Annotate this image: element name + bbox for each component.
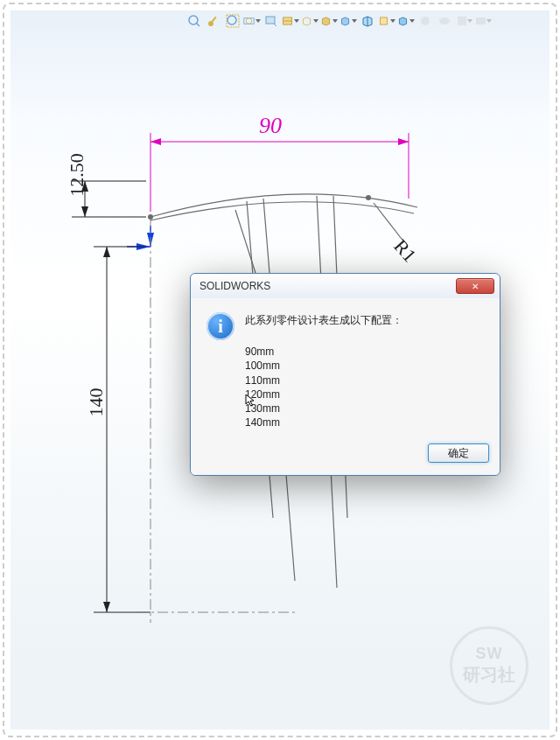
section-view-icon[interactable] [282, 12, 299, 30]
svg-line-45 [235, 210, 256, 273]
view-orientation-icon[interactable] [397, 12, 415, 30]
list-item: 120mm [245, 387, 402, 401]
list-item: 140mm [245, 415, 402, 429]
svg-marker-20 [150, 138, 161, 145]
svg-marker-35 [103, 602, 110, 612]
list-item: 90mm [245, 345, 402, 359]
info-icon: i [206, 312, 234, 340]
list-item: 100mm [245, 359, 402, 373]
dialog-message: 此系列零件设计表生成以下配置： [245, 312, 402, 329]
close-button[interactable]: ✕ [456, 278, 494, 294]
dimension-left-large[interactable]: 140 [85, 388, 107, 417]
dimension-top[interactable]: 90 [259, 113, 282, 138]
svg-point-39 [366, 195, 371, 200]
list-item: 110mm [245, 373, 402, 387]
svg-rect-12 [380, 17, 387, 24]
svg-point-13 [421, 17, 430, 25]
ok-button[interactable]: 确定 [428, 443, 489, 463]
display-style-icon[interactable] [320, 12, 338, 30]
cube-edges-icon[interactable] [359, 12, 376, 30]
svg-marker-21 [398, 138, 409, 145]
appearance-icon[interactable] [436, 12, 453, 30]
radius-r1-a[interactable]: R1 [389, 235, 421, 267]
magnify-icon[interactable] [243, 12, 261, 30]
svg-marker-26 [81, 206, 88, 217]
list-item: 130mm [245, 401, 402, 415]
svg-rect-6 [244, 18, 254, 24]
message-dialog: SOLIDWORKS ✕ i 此系列零件设计表生成以下配置： 90mm 100m… [190, 273, 500, 476]
key-icon[interactable] [205, 12, 222, 30]
dialog-title: SOLIDWORKS [200, 280, 456, 292]
config-list: 90mm 100mm 110mm 120mm 130mm 140mm [245, 345, 402, 429]
svg-rect-16 [476, 17, 486, 24]
zoom-area-icon[interactable] [224, 12, 242, 30]
render-icon[interactable] [455, 12, 472, 30]
draft-analysis-icon[interactable] [378, 12, 396, 30]
zoom-fit-icon[interactable] [186, 12, 203, 30]
dialog-titlebar[interactable]: SOLIDWORKS ✕ [191, 274, 500, 298]
svg-rect-15 [458, 17, 466, 25]
svg-point-4 [228, 16, 236, 24]
svg-rect-8 [266, 17, 275, 24]
svg-rect-3 [212, 17, 217, 23]
monitor-icon[interactable] [474, 12, 492, 30]
wireframe-icon[interactable] [301, 12, 318, 30]
svg-point-38 [148, 214, 153, 220]
svg-marker-34 [103, 247, 110, 257]
scene-icon[interactable] [416, 12, 434, 30]
prev-view-icon[interactable] [262, 12, 280, 30]
svg-line-1 [196, 23, 200, 26]
cube-shaded-icon[interactable] [340, 12, 357, 30]
svg-point-7 [246, 18, 252, 24]
dimension-left-small[interactable]: 12.50 [66, 153, 88, 197]
heads-up-view-toolbar [186, 10, 532, 31]
svg-point-14 [439, 17, 450, 24]
close-icon: ✕ [472, 282, 479, 291]
